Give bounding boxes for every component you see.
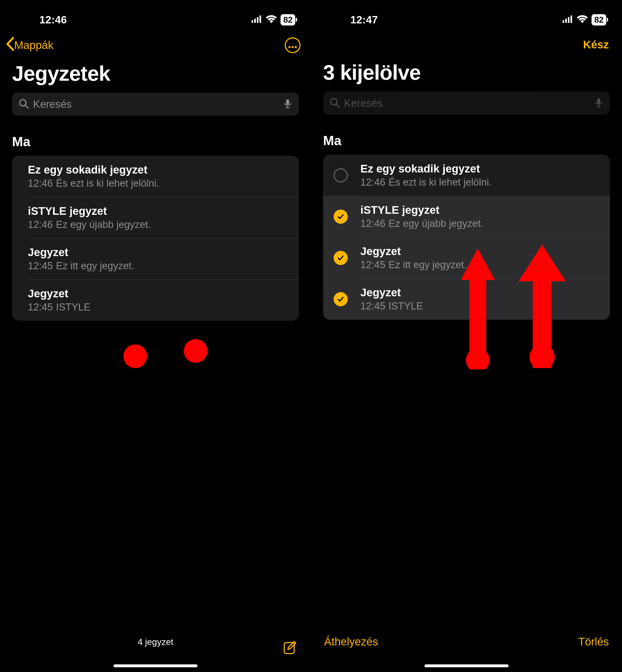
note-title: iSTYLE jegyzet [28, 205, 291, 217]
mic-icon[interactable] [283, 99, 292, 109]
note-title: Ez egy sokadik jegyzet [28, 163, 291, 176]
note-row[interactable]: iSTYLE jegyzet 12:46Ez egy újabb jegyzet… [12, 197, 299, 238]
back-button[interactable]: Mappák [5, 37, 53, 54]
selection-checkbox-checked[interactable] [334, 251, 348, 265]
wifi-icon [577, 15, 588, 24]
svg-line-8 [25, 105, 28, 108]
note-subtitle: 12:46Ez egy újabb jegyzet. [28, 219, 291, 230]
chevron-left-icon [5, 37, 14, 54]
nav-bar: Mappák [0, 32, 311, 59]
svg-rect-14 [571, 15, 572, 23]
note-row[interactable]: Jegyzet 12:45Ez itt egy jegyzet. [12, 238, 299, 280]
search-field[interactable]: Keresés [12, 93, 299, 116]
battery-indicator: 82 [591, 14, 606, 26]
svg-rect-3 [260, 15, 261, 23]
annotation-touch-dot [124, 344, 147, 368]
wifi-icon [266, 15, 277, 24]
note-subtitle: 12:45ISTYLE [28, 301, 291, 313]
page-title: Jegyzetek [0, 59, 311, 93]
search-placeholder: Keresés [33, 98, 278, 110]
svg-point-6 [295, 46, 297, 48]
svg-point-4 [288, 46, 290, 48]
note-row[interactable]: Ez egy sokadik jegyzet 12:46És ezt is ki… [12, 156, 299, 197]
note-subtitle: 12:46Ez egy újabb jegyzet. [360, 218, 602, 229]
note-subtitle: 12:46És ezt is ki lehet jelölni. [360, 177, 602, 188]
status-bar: 12:46 82 [0, 0, 311, 32]
move-button[interactable]: Áthelyezés [324, 636, 378, 648]
done-button[interactable]: Kész [583, 38, 612, 51]
note-row[interactable]: iSTYLE jegyzet 12:46Ez egy újabb jegyzet… [323, 196, 610, 237]
note-title: iSTYLE jegyzet [360, 204, 602, 216]
mic-icon[interactable] [594, 98, 603, 108]
delete-button[interactable]: Törlés [578, 636, 609, 648]
home-indicator [113, 664, 198, 667]
svg-point-5 [291, 46, 293, 48]
back-label: Mappák [14, 39, 53, 52]
ellipsis-icon [288, 40, 297, 51]
status-indicators: 82 [252, 14, 295, 26]
annotation-touch-dot [184, 339, 208, 363]
phone-left: 12:46 82 Mappák Jegyzetek Ke [0, 0, 311, 672]
notes-list: Ez egy sokadik jegyzet 12:46És ezt is ki… [12, 156, 299, 321]
svg-rect-0 [252, 20, 253, 23]
status-time: 12:46 [16, 14, 67, 26]
svg-rect-2 [257, 17, 258, 23]
svg-rect-11 [563, 20, 564, 23]
svg-line-16 [336, 104, 339, 107]
cellular-icon [563, 15, 573, 24]
status-indicators: 82 [563, 14, 606, 26]
note-row[interactable]: Ez egy sokadik jegyzet 12:46És ezt is ki… [323, 155, 610, 196]
note-count: 4 jegyzet [138, 637, 173, 647]
status-bar: 12:47 82 [311, 0, 622, 32]
section-header: Ma [311, 123, 622, 155]
svg-rect-12 [565, 19, 567, 23]
annotation-swipe-arrow [461, 243, 495, 370]
search-placeholder: Keresés [344, 97, 589, 109]
note-title: Ez egy sokadik jegyzet [360, 162, 602, 175]
more-button[interactable] [285, 37, 301, 53]
svg-rect-9 [286, 99, 289, 105]
note-subtitle: 12:46És ezt is ki lehet jelölni. [28, 178, 291, 189]
search-field[interactable]: Keresés [323, 92, 610, 115]
battery-indicator: 82 [280, 14, 295, 26]
note-subtitle: 12:45Ez itt egy jegyzet. [28, 260, 291, 271]
svg-rect-1 [254, 19, 256, 23]
compose-button[interactable] [283, 640, 298, 656]
selection-checkbox-empty[interactable] [334, 168, 348, 183]
svg-rect-13 [568, 17, 569, 23]
note-title: Jegyzet [28, 246, 291, 259]
selection-checkbox-checked[interactable] [334, 210, 348, 224]
note-title: Jegyzet [28, 287, 291, 300]
section-header: Ma [0, 124, 311, 156]
search-icon [330, 97, 340, 109]
home-indicator [424, 664, 509, 667]
svg-rect-17 [597, 98, 600, 104]
status-time: 12:47 [327, 14, 378, 26]
nav-bar: Kész [311, 32, 622, 58]
phone-right: 12:47 82 Kész 3 kijelölve Keresés Ma Ez … [311, 0, 622, 672]
svg-rect-10 [284, 643, 294, 653]
cellular-icon [252, 15, 262, 24]
selection-checkbox-checked[interactable] [334, 292, 348, 306]
annotation-swipe-arrow [519, 242, 566, 368]
page-title: 3 kijelölve [311, 58, 622, 92]
note-row[interactable]: Jegyzet 12:45ISTYLE [12, 280, 299, 321]
search-icon [19, 98, 29, 110]
